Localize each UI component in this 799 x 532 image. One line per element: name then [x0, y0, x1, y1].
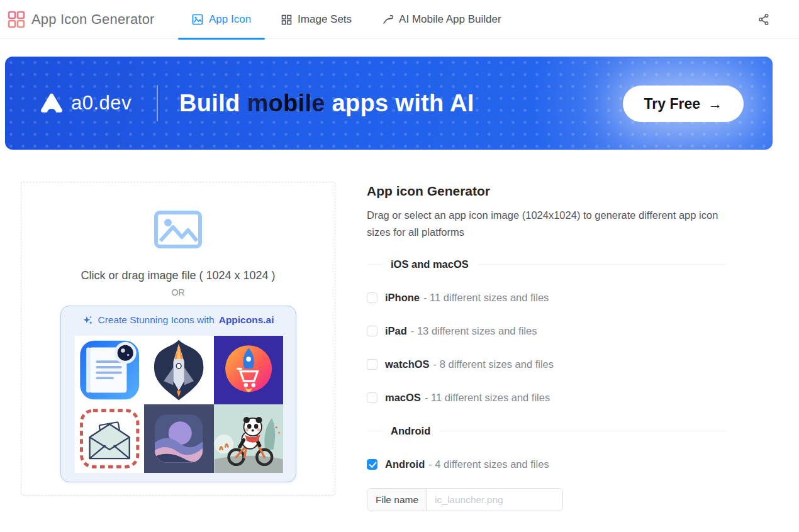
checkbox-row-watchos[interactable]: watchOS - 8 different sizes and files	[367, 357, 738, 372]
file-name-label: File name	[367, 489, 427, 511]
sample-icons-grid	[75, 336, 283, 473]
option-desc: - 11 different sizes and files	[425, 392, 550, 404]
headline-part: apps with AI	[325, 90, 474, 116]
share-icon	[757, 13, 770, 26]
tab-label: App Icon	[209, 13, 251, 26]
section-divider-android: Android	[367, 423, 727, 438]
option-desc: - 13 different sizes and files	[411, 325, 537, 337]
file-name-input-group: File name	[367, 488, 563, 511]
tab-image-sets[interactable]: Image Sets	[267, 0, 366, 39]
link-icon	[382, 14, 393, 25]
option-name: watchOS	[385, 358, 430, 370]
grid-logo-icon	[8, 11, 25, 28]
file-name-input[interactable]	[427, 489, 562, 511]
document-scanner-app-icon	[75, 336, 144, 404]
option-name: iPad	[385, 325, 407, 337]
rocket-emblem-app-icon	[144, 336, 213, 404]
top-navbar: App Icon Generator App Icon Image Sets	[0, 0, 799, 39]
generator-description: Drag or select an app icon image (1024x1…	[367, 207, 738, 241]
section-heading: Android	[391, 425, 430, 437]
try-free-label: Try Free	[644, 96, 701, 113]
arrow-right-icon: →	[708, 96, 722, 113]
tab-label: Image Sets	[298, 13, 352, 26]
a0dev-brand: a0.dev	[40, 92, 131, 114]
headline-part: Build	[179, 90, 247, 116]
promo-prefix: Create Stunning Icons with	[98, 314, 214, 326]
promo-banner[interactable]: a0.dev Build mobile apps with AI Try Fre…	[5, 57, 773, 150]
watchos-checkbox[interactable]	[367, 359, 377, 370]
banner-divider	[157, 85, 158, 121]
rocket-cart-app-icon	[214, 336, 283, 404]
banner-headline: Build mobile apps with AI	[179, 90, 474, 117]
appicons-brand-link[interactable]: Appicons.ai	[219, 314, 274, 326]
a0dev-brand-label: a0.dev	[71, 92, 131, 114]
page-title: App Icon Generator	[31, 11, 155, 28]
checkbox-row-macos[interactable]: macOS - 11 different sizes and files	[367, 390, 738, 405]
checkbox-row-iphone[interactable]: iPhone - 11 different sizes and files	[367, 290, 738, 305]
divider-line	[478, 264, 727, 265]
mail-envelope-app-icon	[75, 404, 144, 473]
tab-ai-mobile-app-builder[interactable]: AI Mobile App Builder	[368, 0, 515, 39]
try-free-button[interactable]: Try Free →	[623, 86, 744, 122]
iphone-checkbox[interactable]	[367, 292, 377, 303]
ipad-checkbox[interactable]	[367, 326, 377, 336]
appicons-promo-title[interactable]: Create Stunning Icons with Appicons.ai	[61, 314, 296, 326]
picture-icon	[192, 14, 203, 25]
generator-panel: App icon Generator Drag or select an app…	[367, 184, 738, 511]
checkbox-row-android[interactable]: Android - 4 different sizes and files	[367, 457, 738, 472]
appicons-promo-card[interactable]: Create Stunning Icons with Appicons.ai	[60, 306, 296, 482]
macos-checkbox[interactable]	[367, 392, 377, 403]
abstract-waves-app-icon	[144, 404, 213, 473]
share-button[interactable]	[755, 11, 773, 28]
option-desc: - 4 different sizes and files	[428, 458, 549, 470]
divider-line	[367, 431, 382, 431]
sparkles-icon	[82, 315, 93, 326]
panda-bike-app-icon	[214, 404, 283, 473]
a0dev-logo-icon	[40, 93, 63, 113]
section-divider-ios: iOS and macOS	[367, 257, 727, 272]
option-name: macOS	[385, 392, 421, 404]
app-brand: App Icon Generator	[0, 11, 155, 28]
tab-label: AI Mobile App Builder	[399, 13, 501, 26]
divider-line	[439, 431, 727, 431]
tab-app-icon[interactable]: App Icon	[178, 0, 265, 39]
upload-hint-text: Click or drag image file ( 1024 x 1024 )	[21, 269, 335, 282]
upload-picture-icon	[21, 211, 335, 251]
page: App Icon Generator App Icon Image Sets	[0, 0, 799, 532]
image-upload-dropzone[interactable]: Click or drag image file ( 1024 x 1024 )…	[21, 182, 335, 496]
headline-part-dark: mobile	[247, 90, 325, 116]
android-checkbox[interactable]	[367, 459, 377, 470]
upload-or-text: OR	[21, 287, 335, 297]
section-heading: iOS and macOS	[391, 258, 469, 270]
generator-title: App icon Generator	[367, 184, 738, 199]
checkbox-row-ipad[interactable]: iPad - 13 different sizes and files	[367, 323, 738, 338]
option-name: Android	[385, 458, 425, 470]
divider-line	[367, 264, 382, 265]
option-desc: - 11 different sizes and files	[423, 292, 549, 304]
main-tabs: App Icon Image Sets AI Mobile App Builde…	[178, 0, 515, 39]
option-name: iPhone	[385, 292, 420, 304]
appstore-grid-icon	[281, 14, 292, 25]
option-desc: - 8 different sizes and files	[433, 358, 554, 370]
